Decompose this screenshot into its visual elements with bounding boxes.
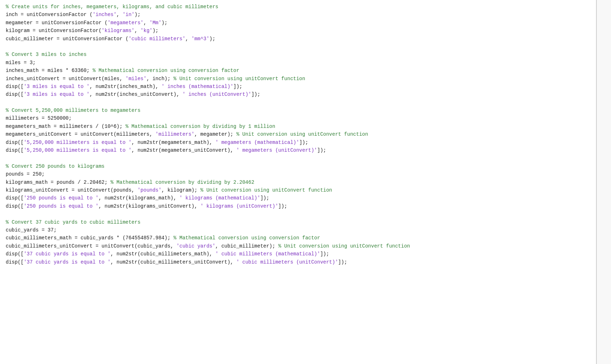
right-panel[interactable] xyxy=(597,0,611,364)
code-line-3: megameter = unitConversionFactor ('megam… xyxy=(0,19,596,27)
code-line-30: cubic_millimeters_math = cubic_yards * (… xyxy=(0,234,596,242)
code-line-23: kilograms_math = pounds / 2.20462; % Mat… xyxy=(0,178,596,186)
code-line-6 xyxy=(0,43,596,51)
code-line-26: disp(['250 pounds is equal to ', num2str… xyxy=(0,202,596,210)
code-line-21: % Convert 250 pounds to kilograms xyxy=(0,162,596,170)
code-line-11: disp(['3 miles is equal to ', num2str(in… xyxy=(0,83,596,90)
code-line-1: % Create units for inches, megameters, k… xyxy=(0,3,596,11)
code-line-13 xyxy=(0,99,596,106)
code-line-2: inch = unitConversionFactor ('inches', '… xyxy=(0,11,596,19)
code-line-17: megameters_unitConvert = unitConvert(mil… xyxy=(0,130,596,138)
code-line-18: disp(['5,250,000 millimeters is equal to… xyxy=(0,139,596,146)
code-line-12: disp(['3 miles is equal to ', num2str(in… xyxy=(0,90,596,98)
code-line-28: % Convert 37 cubic yards to cubic millim… xyxy=(0,218,596,226)
code-line-15: millimeters = 5250000; xyxy=(0,114,596,122)
code-line-19: disp(['5,250,000 millimeters is equal to… xyxy=(0,146,596,154)
code-line-9: inches_math = miles * 63360; % Mathemati… xyxy=(0,67,596,74)
code-line-8: miles = 3; xyxy=(0,59,596,67)
code-line-34 xyxy=(0,266,596,274)
code-line-14: % Convert 5,250,000 millimeters to megam… xyxy=(0,106,596,114)
code-line-33: disp(['37 cubic yards is equal to ', num… xyxy=(0,258,596,266)
code-line-20 xyxy=(0,154,596,162)
code-line-10: inches_unitConvert = unitConvert(miles, … xyxy=(0,75,596,83)
code-line-27 xyxy=(0,210,596,218)
code-line-16: megameters_math = millimeters / (10^6); … xyxy=(0,123,596,130)
code-line-5: cubic_millimeter = unitConversionFactor … xyxy=(0,35,596,43)
code-line-22: pounds = 250; xyxy=(0,170,596,178)
code-line-29: cubic_yards = 37; xyxy=(0,226,596,234)
code-line-4: kilogram = unitConversionFactor('kilogra… xyxy=(0,27,596,35)
code-line-7: % Convert 3 miles to inches xyxy=(0,51,596,58)
code-editor: % Create units for inches, megameters, k… xyxy=(0,0,611,364)
code-line-31: cubic_millimeters_unitConvert = unitConv… xyxy=(0,242,596,250)
code-line-25: disp(['250 pounds is equal to ', num2str… xyxy=(0,194,596,202)
left-panel[interactable]: % Create units for inches, megameters, k… xyxy=(0,0,596,364)
code-line-24: kilograms_unitConvert = unitConvert(poun… xyxy=(0,186,596,194)
code-line-32: disp(['37 cubic yards is equal to ', num… xyxy=(0,250,596,258)
